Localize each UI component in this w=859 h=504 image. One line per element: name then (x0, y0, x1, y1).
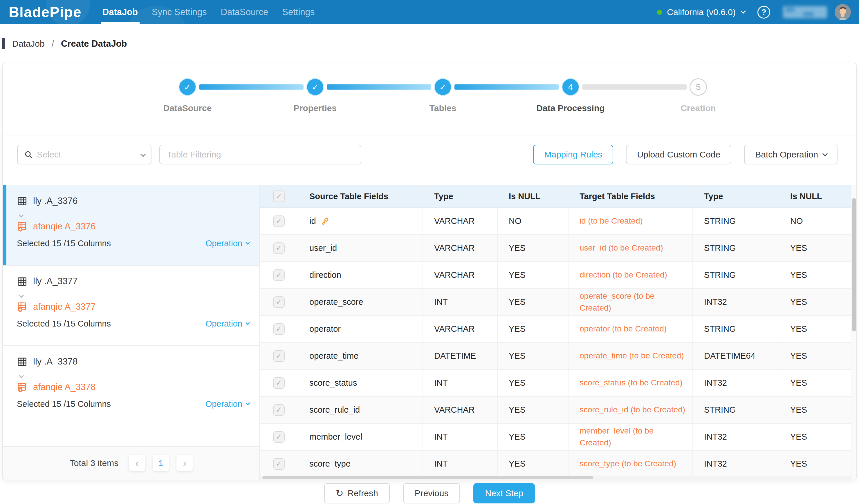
operation-menu-link[interactable]: Operation (206, 399, 249, 409)
table-filter-input[interactable]: Table Filtering (159, 145, 361, 164)
target-field-isnull: YES (790, 351, 807, 361)
step-label: Tables (379, 103, 507, 113)
source-table-icon (17, 276, 27, 286)
chevron-down-icon[interactable] (741, 8, 746, 13)
source-field-isnull: YES (509, 243, 526, 253)
chevron-down-icon (245, 320, 250, 325)
source-field-type: VARCHAR (434, 270, 475, 280)
nav-item-label: Sync Settings (152, 7, 207, 17)
step-number: 4 (568, 82, 573, 92)
source-table-name: lly .A_3377 (33, 276, 77, 286)
target-field-isnull: YES (790, 459, 807, 469)
field-row: operator VARCHA (260, 316, 856, 343)
env-name: California (v0.6.0) (667, 7, 736, 17)
source-table-row: lly .A_3378 (17, 357, 77, 367)
target-table-name: afanqie A_3378 (33, 382, 96, 392)
nav-item[interactable]: Sync Settings (145, 0, 214, 25)
chevron-down-icon (245, 240, 250, 245)
target-field-name: id (to be Created) (579, 215, 643, 227)
item-meta-row: Selected 15 /15 Columns Operation (17, 319, 249, 329)
source-field-name: id (310, 216, 316, 226)
table-list-item[interactable]: lly .A_3377 (3, 266, 259, 346)
source-field-name: operate_score (310, 297, 363, 307)
prev-page-button[interactable]: ‹ (129, 455, 145, 471)
field-row: operate_score I (260, 289, 856, 316)
next-step-button[interactable]: Next Step (473, 483, 535, 503)
bladepipe-logo: BladePipe (9, 4, 81, 20)
target-field-isnull: YES (790, 243, 807, 253)
expand-toggle[interactable] (19, 294, 22, 299)
source-field-isnull: YES (509, 351, 526, 361)
row-checkbox[interactable] (273, 377, 285, 389)
row-checkbox[interactable] (273, 458, 285, 470)
upload-custom-code-button[interactable]: Upload Custom Code (626, 145, 731, 164)
breadcrumb-parent[interactable]: DataJob (12, 39, 45, 49)
row-checkbox[interactable] (273, 431, 285, 443)
expand-toggle[interactable] (19, 374, 22, 379)
avatar[interactable] (834, 4, 851, 20)
row-checkbox[interactable] (273, 216, 285, 227)
row-checkbox[interactable] (273, 269, 285, 281)
source-table-row: lly .A_3377 (17, 276, 77, 286)
previous-label: Previous (415, 488, 449, 498)
horizontal-scrollbar-thumb[interactable] (262, 476, 593, 479)
previous-button[interactable]: Previous (403, 483, 460, 503)
batch-operation-button[interactable]: Batch Operation (744, 145, 838, 164)
nav-item-label: DataSource (221, 7, 269, 17)
operation-menu-link[interactable]: Operation (206, 319, 249, 329)
mapping-rules-button[interactable]: Mapping Rules (533, 145, 613, 164)
header-source-isnull: Is NULL (498, 185, 569, 207)
target-field-isnull: YES (790, 270, 807, 280)
nav-item[interactable]: Settings (275, 0, 321, 25)
check-icon: ✓ (312, 82, 319, 92)
table-list-item[interactable]: lly .A_3376 (3, 185, 259, 266)
nav-item[interactable]: DataJob (95, 0, 145, 25)
step-indicator: ✓ (179, 78, 196, 96)
row-checkbox[interactable] (273, 323, 285, 335)
row-checkbox[interactable] (273, 242, 285, 254)
field-row: user_id VARCHAR (260, 235, 856, 262)
source-field-isnull: YES (509, 378, 526, 388)
field-row: operate_time DA (260, 343, 856, 370)
refresh-icon: ↻ (336, 489, 344, 498)
item-meta-row: Selected 15 /15 Columns Operation (17, 399, 249, 409)
main-card: ✓ DataSource ✓ Properties ✓ (2, 63, 857, 480)
source-table-row: lly .A_3376 (17, 196, 77, 206)
source-field-isnull: YES (509, 324, 526, 334)
select-all-checkbox[interactable] (273, 190, 285, 202)
source-field-type: INT (434, 378, 448, 388)
nav-item[interactable]: DataSource (214, 0, 275, 25)
target-table-row: afanqie A_3378 (17, 382, 96, 392)
select-dropdown[interactable]: Select (17, 145, 151, 164)
expand-toggle[interactable] (19, 213, 22, 218)
help-icon[interactable]: ? (757, 6, 770, 18)
source-table-icon (17, 196, 27, 206)
operation-label: Operation (206, 399, 242, 409)
refresh-button[interactable]: ↻ Refresh (324, 483, 390, 503)
field-row: score_type INT (260, 451, 856, 478)
operation-menu-link[interactable]: Operation (206, 239, 249, 248)
primary-key-icon (320, 217, 329, 226)
row-checkbox[interactable] (273, 296, 285, 308)
source-field-name: user_id (310, 243, 337, 253)
next-page-button[interactable]: › (177, 455, 193, 471)
chevron-down-icon (140, 152, 146, 157)
table-list-item[interactable]: lly .A_3378 (3, 346, 259, 426)
top-navigation-bar: BladePipe DataJob Sync Settings DataSour… (0, 0, 859, 25)
target-field-name: score_type (to be Created) (579, 458, 676, 470)
target-field-type: STRING (704, 216, 736, 226)
page-number-button[interactable]: 1 (153, 455, 169, 471)
field-rows: id VARCHAR (260, 208, 856, 478)
check-icon: ✓ (184, 82, 191, 92)
next-step-label: Next Step (485, 488, 523, 498)
username-blurred (783, 6, 827, 18)
row-checkbox[interactable] (273, 350, 285, 362)
source-table-icon (17, 357, 27, 367)
row-checkbox[interactable] (273, 404, 285, 416)
horizontal-scrollbar[interactable] (260, 476, 851, 479)
breadcrumb-separator: / (52, 39, 54, 49)
header-target-fields: Target Table Fields (569, 185, 693, 207)
step-label: Data Processing (507, 103, 634, 113)
vertical-scrollbar[interactable] (851, 185, 856, 479)
vertical-scrollbar-thumb[interactable] (852, 198, 856, 331)
